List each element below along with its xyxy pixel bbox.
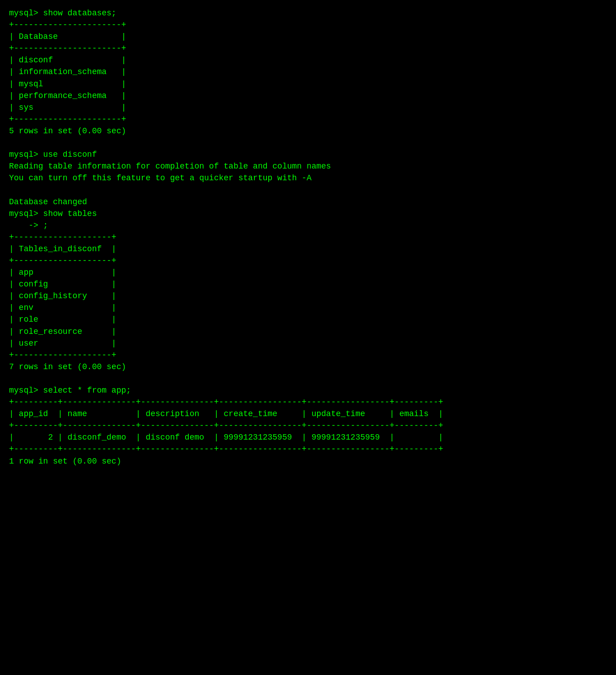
- terminal-output: mysql> show databases; +----------------…: [9, 7, 607, 467]
